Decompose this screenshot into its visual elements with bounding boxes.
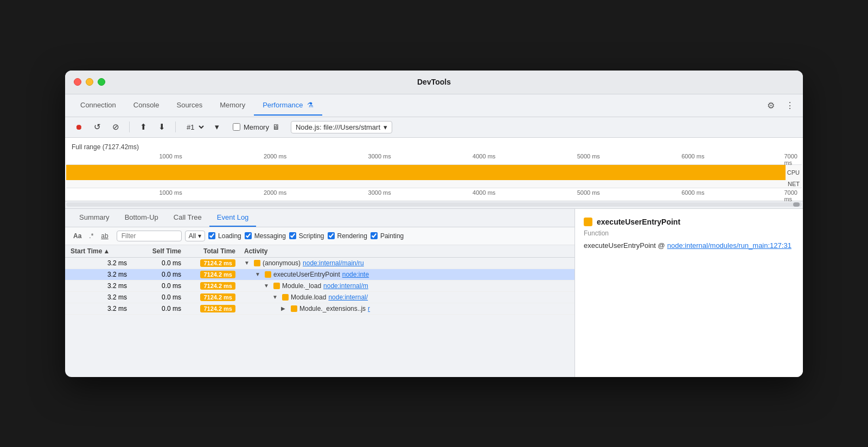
cell-total-time: 7124.2 ms xyxy=(190,259,244,267)
painting-checkbox[interactable] xyxy=(371,232,378,239)
whole-word-icon[interactable]: ab xyxy=(98,231,111,241)
tick-1000: 1000 ms xyxy=(159,153,182,159)
table-row[interactable]: 3.2 ms 0.0 ms 7124.2 ms ▼ Module.load no… xyxy=(65,292,575,303)
scripting-checkbox[interactable] xyxy=(289,232,296,239)
detail-link[interactable]: node:internal/modules/run_main:127:31 xyxy=(667,241,792,250)
memory-checkbox[interactable] xyxy=(233,123,240,131)
reload-button[interactable]: ↺ xyxy=(90,120,104,134)
tab-memory[interactable]: Memory xyxy=(211,95,254,116)
reload-icon: ↺ xyxy=(94,122,101,132)
table-row[interactable]: 3.2 ms 0.0 ms 7124.2 ms ▼ (anonymous) no… xyxy=(65,258,575,269)
expand-icon[interactable]: ▶ xyxy=(281,305,289,311)
tab-call-tree[interactable]: Call Tree xyxy=(166,209,209,227)
table-row[interactable]: 3.2 ms 0.0 ms 7124.2 ms ▼ executeUserEnt… xyxy=(65,269,575,280)
memory-icon: 🖥 xyxy=(272,123,280,131)
activity-link[interactable]: node:internal/main/ru xyxy=(303,259,364,267)
cpu-target-selector[interactable]: Node.js: file:///Users/stmart ▾ xyxy=(291,121,392,133)
tick2-7000: 7000 ms xyxy=(784,189,797,202)
tick-6000: 6000 ms xyxy=(681,153,704,159)
activity-link[interactable]: r xyxy=(368,305,370,312)
tick2-2000: 2000 ms xyxy=(264,189,286,196)
cpu-target-label: Node.js: file:///Users/stmart xyxy=(296,123,380,131)
timeline-ruler-bottom: 1000 ms 2000 ms 3000 ms 4000 ms 5000 ms … xyxy=(66,188,802,201)
expand-icon[interactable]: ▼ xyxy=(255,271,263,277)
painting-checkbox-label[interactable]: Painting xyxy=(371,232,404,240)
cell-activity: ▼ (anonymous) node:internal/main/ru xyxy=(244,259,569,267)
close-button[interactable] xyxy=(74,78,81,86)
controls-bar: ⏺ ↺ ⊘ ⬆ ⬇ #1 ▾ Memory 🖥 Node.js: file://… xyxy=(65,117,803,138)
cell-start-time: 3.2 ms xyxy=(71,305,136,312)
table-row[interactable]: 3.2 ms 0.0 ms 7124.2 ms ▼ Module._load n… xyxy=(65,280,575,292)
upload-button[interactable]: ⬆ xyxy=(136,120,150,134)
toolbar-actions: ⚙ ⋮ xyxy=(765,98,796,113)
header-start-time[interactable]: Start Time ▲ xyxy=(71,247,136,255)
cell-self-time: 0.0 ms xyxy=(136,282,190,290)
net-label: NET xyxy=(788,181,800,187)
rendering-checkbox-label[interactable]: Rendering xyxy=(328,232,367,240)
table-row[interactable]: 3.2 ms 0.0 ms 7124.2 ms ▶ Module._extens… xyxy=(65,303,575,315)
session-dropdown-button[interactable]: ▾ xyxy=(210,120,224,134)
cell-total-time: 7124.2 ms xyxy=(190,305,244,312)
download-button[interactable]: ⬇ xyxy=(155,120,169,134)
cell-start-time: 3.2 ms xyxy=(71,282,136,290)
tick-5000: 5000 ms xyxy=(577,153,600,159)
clear-button[interactable]: ⊘ xyxy=(108,120,123,134)
expand-icon[interactable]: ▼ xyxy=(244,260,252,266)
expand-icon[interactable]: ▼ xyxy=(272,294,280,300)
cpu-bar-container: CPU xyxy=(66,165,802,180)
loading-checkbox[interactable] xyxy=(208,232,215,239)
activity-link[interactable]: node:internal/m xyxy=(323,282,368,290)
expand-icon[interactable]: ▼ xyxy=(264,283,271,289)
tab-summary[interactable]: Summary xyxy=(72,209,117,227)
loading-checkbox-label[interactable]: Loading xyxy=(208,232,241,240)
header-activity[interactable]: Activity xyxy=(244,247,569,255)
filter-input[interactable] xyxy=(122,232,176,240)
tab-connection[interactable]: Connection xyxy=(72,95,125,116)
record-button[interactable]: ⏺ xyxy=(72,120,86,134)
download-icon: ⬇ xyxy=(158,122,165,132)
scrollbar-thumb[interactable] xyxy=(793,202,800,207)
messaging-checkbox-label[interactable]: Messaging xyxy=(245,232,286,240)
cell-start-time: 3.2 ms xyxy=(71,271,136,278)
left-panel: Summary Bottom-Up Call Tree Event Log Aa… xyxy=(65,209,575,377)
activity-icon xyxy=(273,283,280,289)
filter-icons: Aa .* ab xyxy=(71,231,111,241)
rendering-checkbox[interactable] xyxy=(328,232,335,239)
cell-self-time: 0.0 ms xyxy=(136,259,190,267)
session-select[interactable]: #1 xyxy=(182,122,206,133)
tick2-1000: 1000 ms xyxy=(159,189,182,196)
tick-3000: 3000 ms xyxy=(368,153,391,159)
tick-4000: 4000 ms xyxy=(473,153,495,159)
scripting-checkbox-label[interactable]: Scripting xyxy=(289,232,324,240)
tick2-3000: 3000 ms xyxy=(368,189,391,196)
tick-7000: 7000 ms xyxy=(784,153,797,166)
tick2-4000: 4000 ms xyxy=(473,189,495,196)
memory-label[interactable]: Memory xyxy=(244,123,269,131)
category-dropdown[interactable]: All ▾ xyxy=(185,231,205,241)
chevron-down-icon: ▾ xyxy=(384,123,387,131)
traffic-lights xyxy=(74,78,105,86)
regex-dot-icon[interactable]: .* xyxy=(86,231,96,241)
tab-event-log[interactable]: Event Log xyxy=(209,209,257,227)
tab-bottom-up[interactable]: Bottom-Up xyxy=(117,209,166,227)
minimize-button[interactable] xyxy=(86,78,93,86)
maximize-button[interactable] xyxy=(98,78,105,86)
scrollbar-track xyxy=(66,202,802,207)
timeline-scrollbar[interactable] xyxy=(65,201,803,208)
tab-performance[interactable]: Performance ⚗ xyxy=(254,95,322,116)
category-label: All xyxy=(189,232,196,240)
settings-button[interactable]: ⚙ xyxy=(765,98,777,113)
upload-icon: ⬆ xyxy=(140,122,147,132)
messaging-checkbox[interactable] xyxy=(245,232,252,239)
header-self-time[interactable]: Self Time xyxy=(136,247,190,255)
header-total-time[interactable]: Total Time xyxy=(190,247,244,255)
text-case-icon[interactable]: Aa xyxy=(71,231,84,241)
memory-checkbox-area: Memory 🖥 xyxy=(233,123,280,131)
tab-console[interactable]: Console xyxy=(125,95,168,116)
activity-link[interactable]: node:internal/ xyxy=(328,293,368,301)
more-button[interactable]: ⋮ xyxy=(783,98,796,113)
table-header: Start Time ▲ Self Time Total Time Activi… xyxy=(65,245,575,258)
sort-icon: ▲ xyxy=(103,247,110,255)
tab-sources[interactable]: Sources xyxy=(168,95,211,116)
activity-link[interactable]: node:inte xyxy=(342,271,369,278)
